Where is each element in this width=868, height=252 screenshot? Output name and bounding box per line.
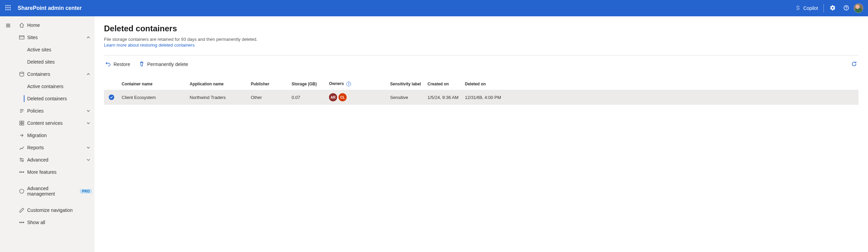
nav-advanced-management-label: Advanced management [26, 186, 77, 197]
svg-point-16 [22, 160, 23, 162]
restore-label: Restore [114, 62, 130, 67]
nav-sites-label: Sites [26, 35, 85, 40]
nav-home[interactable]: Home [16, 19, 94, 31]
col-select[interactable] [104, 78, 119, 90]
migration-icon [18, 133, 26, 138]
svg-point-20 [20, 222, 21, 223]
app-launcher-button[interactable] [0, 0, 16, 16]
chevron-down-icon [85, 146, 92, 150]
svg-rect-5 [10, 7, 11, 8]
nav-deleted-containers[interactable]: Deleted containers [16, 93, 94, 105]
help-icon [843, 5, 849, 12]
svg-rect-4 [7, 7, 8, 8]
svg-point-18 [21, 172, 22, 173]
nav-active-sites-label: Active sites [27, 47, 51, 52]
svg-rect-11 [20, 121, 21, 123]
cell-application-name: Northwind Traders [187, 90, 248, 105]
restore-button[interactable]: Restore [104, 59, 132, 70]
waffle-icon [5, 5, 11, 12]
app-title: SharePoint admin center [16, 5, 82, 11]
nav-deleted-containers-label: Deleted containers [27, 96, 67, 101]
nav-home-label: Home [26, 22, 92, 28]
nav-migration-label: Migration [26, 133, 92, 138]
cell-container-name: Client Ecosystem [119, 90, 187, 105]
policies-icon [18, 108, 26, 114]
owner-avatar[interactable]: AR [329, 93, 337, 101]
advanced-management-icon [18, 188, 26, 194]
user-avatar[interactable] [854, 3, 863, 13]
nav-containers[interactable]: Containers [16, 68, 94, 80]
help-button[interactable] [839, 0, 853, 16]
svg-rect-3 [5, 7, 6, 8]
nav-toggle-button[interactable] [3, 20, 14, 31]
col-owners-label: Owners [329, 81, 344, 86]
cell-storage: 0.07 [289, 90, 326, 105]
cell-created-on: 1/5/24, 9:36 AM [425, 90, 462, 105]
containers-table: Container name Application name Publishe… [104, 78, 858, 105]
header-divider [823, 4, 824, 12]
nav-deleted-sites-label: Deleted sites [27, 59, 55, 65]
col-storage[interactable]: Storage (GB) [289, 78, 326, 90]
reports-icon [18, 145, 26, 150]
cell-deleted-on: 12/31/69, 4:00 PM [462, 90, 523, 105]
copilot-button[interactable]: Copilot [792, 3, 821, 14]
nav-policies[interactable]: Policies [16, 105, 94, 117]
table-row[interactable]: Client EcosystemNorthwind TradersOther0.… [104, 90, 858, 105]
svg-rect-13 [20, 123, 21, 125]
command-bar: Restore Permanently delete [104, 55, 858, 73]
svg-rect-2 [10, 5, 11, 6]
refresh-button[interactable] [850, 59, 858, 70]
nav-migration[interactable]: Migration [16, 129, 94, 141]
main-content: Deleted containers File storage containe… [94, 16, 868, 252]
nav-more-features[interactable]: More features [16, 166, 94, 178]
cell-publisher: Other [248, 90, 289, 105]
nav-active-containers-label: Active containers [27, 84, 64, 89]
content-services-icon [18, 120, 26, 126]
permanently-delete-button[interactable]: Permanently delete [138, 59, 190, 70]
learn-more-link[interactable]: Learn more about restoring deleted conta… [104, 43, 195, 48]
svg-rect-6 [5, 9, 6, 10]
nav-reports[interactable]: Reports [16, 141, 94, 154]
chevron-up-icon [85, 35, 92, 39]
svg-rect-12 [22, 121, 24, 123]
chevron-down-icon [85, 121, 92, 125]
cell-sensitivity: Sensitive [387, 90, 425, 105]
app-header: SharePoint admin center Copilot [0, 0, 868, 16]
col-sensitivity[interactable]: Sensitivity label [387, 78, 425, 90]
nav-active-containers[interactable]: Active containers [16, 80, 94, 93]
nav-sites[interactable]: Sites [16, 31, 94, 44]
row-select-checkbox[interactable] [109, 95, 114, 100]
col-owners[interactable]: Owners i [326, 78, 387, 90]
nav-policies-label: Policies [26, 108, 85, 114]
nav-active-sites[interactable]: Active sites [16, 44, 94, 56]
nav-more-features-label: More features [26, 169, 92, 175]
nav-deleted-sites[interactable]: Deleted sites [16, 56, 94, 68]
col-application-name[interactable]: Application name [187, 78, 248, 90]
owner-avatar[interactable]: CL [338, 93, 347, 101]
svg-point-10 [20, 72, 24, 73]
nav-content-services[interactable]: Content services [16, 117, 94, 129]
copilot-icon [795, 5, 801, 12]
nav-show-all[interactable]: Show all [16, 216, 94, 229]
nav-customize-navigation[interactable]: Customize navigation [16, 204, 94, 216]
chevron-down-icon [85, 109, 92, 113]
info-icon[interactable]: i [346, 82, 351, 86]
nav-containers-label: Containers [26, 71, 85, 77]
nav-collapse-rail [0, 16, 16, 252]
col-created-on[interactable]: Created on [425, 78, 462, 90]
svg-point-22 [23, 222, 24, 223]
nav-advanced-management[interactable]: Advanced management PRO [16, 185, 94, 197]
nav-customize-navigation-label: Customize navigation [26, 207, 92, 213]
settings-button[interactable] [826, 0, 839, 16]
col-publisher[interactable]: Publisher [248, 78, 289, 90]
nav-advanced[interactable]: Advanced [16, 154, 94, 166]
copilot-label: Copilot [803, 5, 818, 11]
svg-point-19 [23, 172, 24, 173]
svg-point-21 [21, 222, 22, 223]
svg-rect-7 [7, 9, 8, 10]
svg-point-17 [20, 172, 21, 173]
col-deleted-on[interactable]: Deleted on [462, 78, 523, 90]
svg-point-15 [20, 158, 21, 159]
chevron-down-icon [85, 158, 92, 162]
col-container-name[interactable]: Container name [119, 78, 187, 90]
